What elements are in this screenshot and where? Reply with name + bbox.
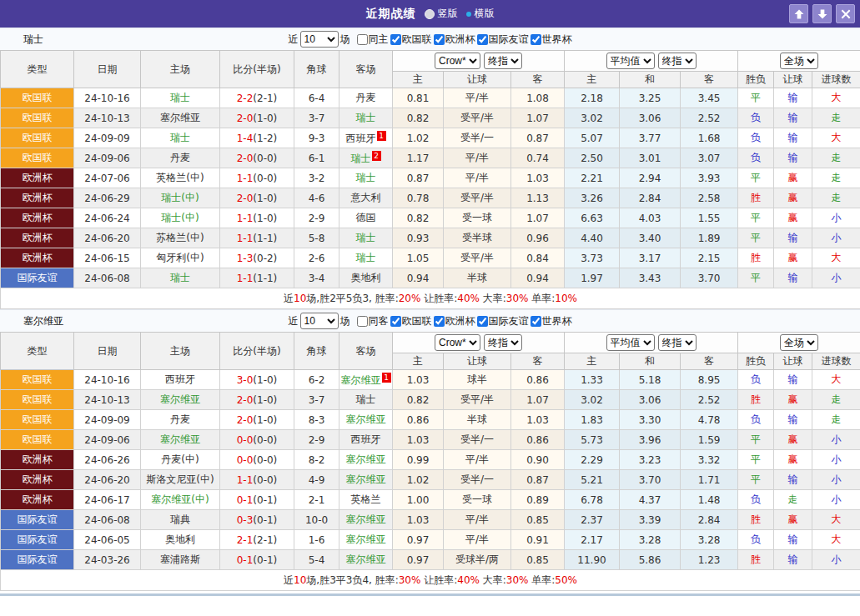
avg-home-odds: 2.50 bbox=[565, 148, 620, 168]
fulltime-select[interactable]: 全场 bbox=[780, 334, 818, 351]
fulltime-select[interactable]: 全场 bbox=[780, 53, 818, 69]
competition-checkbox-label[interactable]: 国际友谊 bbox=[477, 314, 529, 328]
competition-checkbox[interactable] bbox=[434, 34, 445, 45]
away-team-name: 瑞士 bbox=[356, 393, 376, 405]
layout-option-vertical[interactable]: 竖版 bbox=[425, 7, 458, 21]
same-venue-checkbox-label[interactable]: 同客 bbox=[357, 314, 389, 328]
crow-home-odds: 0.81 bbox=[393, 88, 444, 108]
avg-home-odds: 1.83 bbox=[565, 410, 620, 430]
avg-draw-odds: 3.06 bbox=[620, 108, 681, 128]
corner-score: 3-7 bbox=[294, 390, 339, 410]
same-venue-checkbox[interactable] bbox=[357, 316, 368, 327]
avg-draw-odds: 5.18 bbox=[620, 370, 681, 390]
crow-handicap: 受平/半 bbox=[444, 390, 511, 410]
crow-home-odds: 1.05 bbox=[393, 248, 444, 268]
match-row: 欧国联24-09-06塞尔维亚0-0(0-0)2-9西班牙1.03受半/一0.8… bbox=[1, 430, 860, 450]
summary-segment: 近 bbox=[284, 574, 294, 586]
away-team: 塞尔维亚 bbox=[339, 410, 393, 430]
odds-company-select[interactable]: Crow* bbox=[435, 53, 480, 69]
competition-checkbox[interactable] bbox=[390, 316, 401, 327]
result-handicap: 赢 bbox=[774, 450, 812, 470]
crow-handicap: 半球 bbox=[444, 410, 511, 430]
home-team-name: 塞浦路斯 bbox=[160, 553, 200, 565]
home-team: 瑞士 bbox=[141, 128, 220, 148]
halftime-score: (0-0) bbox=[253, 173, 277, 184]
competition-checkbox-label[interactable]: 欧国联 bbox=[390, 33, 432, 47]
fulltime-score: 2-0 bbox=[237, 113, 254, 124]
result-outcome: 平 bbox=[738, 228, 774, 248]
away-team-name: 奥地利 bbox=[351, 272, 381, 283]
away-team: 意大利 bbox=[339, 188, 393, 208]
column-header: 日期 bbox=[74, 333, 141, 370]
match-score: 1-1(0-0) bbox=[220, 470, 294, 490]
competition-checkbox-label[interactable]: 世界杯 bbox=[531, 314, 572, 328]
competition-checkbox[interactable] bbox=[390, 34, 401, 45]
avg-away-odds: 2.52 bbox=[681, 390, 738, 410]
competition-checkbox-label[interactable]: 欧洲杯 bbox=[434, 314, 475, 328]
summary-segment: 30% bbox=[399, 574, 421, 586]
crow-handicap: 受平/半 bbox=[444, 188, 511, 208]
close-button[interactable] bbox=[836, 4, 855, 23]
header-select-group: Crow*终指 bbox=[393, 51, 565, 72]
away-team: 德国 bbox=[339, 208, 393, 228]
home-team: 斯洛文尼亚(中) bbox=[141, 470, 220, 490]
final-odds-select[interactable]: 终指 bbox=[658, 334, 697, 351]
result-goals: 小 bbox=[812, 228, 860, 248]
crow-home-odds: 0.87 bbox=[393, 168, 444, 188]
final-odds-select[interactable]: 终指 bbox=[484, 334, 522, 351]
home-team: 匈牙利(中) bbox=[141, 248, 220, 268]
same-venue-checkbox[interactable] bbox=[357, 34, 368, 45]
sub-column-header: 客 bbox=[681, 353, 738, 370]
match-date: 24-03-26 bbox=[74, 550, 141, 570]
sections-container: 瑞士近10场同主欧国联欧洲杯国际友谊世界杯类型日期主场比分(半场)角球客场Cro… bbox=[0, 28, 860, 591]
competition-checkbox[interactable] bbox=[477, 316, 488, 327]
average-odds-select[interactable]: 平均值 bbox=[606, 53, 655, 69]
avg-away-odds: 1.89 bbox=[681, 228, 738, 248]
average-odds-select[interactable]: 平均值 bbox=[606, 334, 655, 351]
competition-checkbox-label[interactable]: 世界杯 bbox=[531, 33, 572, 47]
match-date: 24-06-29 bbox=[74, 188, 141, 208]
competition-checkbox[interactable] bbox=[434, 316, 445, 327]
move-up-button[interactable] bbox=[789, 4, 808, 23]
match-type-badge: 欧国联 bbox=[1, 410, 74, 430]
avg-draw-odds: 3.40 bbox=[620, 228, 681, 248]
crow-away-odds: 0.90 bbox=[511, 450, 565, 470]
match-type-badge: 欧国联 bbox=[1, 88, 74, 108]
corner-score: 4-6 bbox=[294, 188, 339, 208]
crow-home-odds: 0.82 bbox=[393, 108, 444, 128]
competition-label-text: 世界杯 bbox=[542, 314, 572, 328]
fulltime-score: 1-1 bbox=[237, 213, 254, 224]
crow-home-odds: 1.02 bbox=[393, 470, 444, 490]
competition-checkbox-label[interactable]: 欧洲杯 bbox=[434, 33, 475, 47]
odds-company-select[interactable]: Crow* bbox=[435, 334, 480, 351]
result-goals: 走 bbox=[812, 390, 860, 410]
avg-draw-odds: 5.86 bbox=[620, 550, 681, 570]
same-venue-checkbox-label[interactable]: 同主 bbox=[357, 33, 389, 47]
results-table: 类型日期主场比分(半场)角球客场Crow*终指平均值终指全场主让球客主和客胜负让… bbox=[0, 332, 860, 591]
final-odds-select[interactable]: 终指 bbox=[658, 53, 697, 69]
results-table: 类型日期主场比分(半场)角球客场Crow*终指平均值终指全场主让球客主和客胜负让… bbox=[0, 50, 860, 309]
competition-checkbox-label[interactable]: 欧国联 bbox=[390, 314, 432, 328]
match-count-select[interactable]: 10 bbox=[300, 313, 339, 329]
match-row: 欧洲杯24-06-24瑞士(中)1-1(1-0)2-9德国0.82受一球1.07… bbox=[1, 208, 860, 228]
result-outcome: 平 bbox=[738, 88, 774, 108]
away-team: 瑞士 bbox=[339, 248, 393, 268]
match-count-select[interactable]: 10 bbox=[300, 31, 339, 48]
layout-option-horizontal[interactable]: 横版 bbox=[466, 7, 495, 21]
final-odds-select[interactable]: 终指 bbox=[484, 53, 522, 69]
competition-checkbox[interactable] bbox=[477, 34, 488, 45]
move-down-button[interactable] bbox=[812, 4, 832, 23]
competition-checkbox-label[interactable]: 国际友谊 bbox=[477, 33, 529, 47]
crow-home-odds: 1.17 bbox=[393, 148, 444, 168]
layout-option-vertical-label: 竖版 bbox=[438, 7, 458, 21]
competition-checkbox[interactable] bbox=[531, 316, 541, 327]
column-header: 类型 bbox=[1, 51, 74, 88]
result-goals: 小 bbox=[812, 550, 860, 570]
match-row: 欧洲杯24-06-20苏格兰(中)1-1(1-1)5-8瑞士0.93受半球0.9… bbox=[1, 228, 860, 248]
crow-home-odds: 1.03 bbox=[393, 430, 444, 450]
result-goals: 小 bbox=[812, 430, 860, 450]
match-row: 欧国联24-09-09丹麦2-0(1-0)8-3塞尔维亚0.86半球1.031.… bbox=[1, 410, 860, 430]
home-team-name: 苏格兰(中) bbox=[156, 232, 204, 243]
competition-checkbox[interactable] bbox=[531, 34, 541, 45]
avg-away-odds: 3.28 bbox=[681, 530, 738, 550]
